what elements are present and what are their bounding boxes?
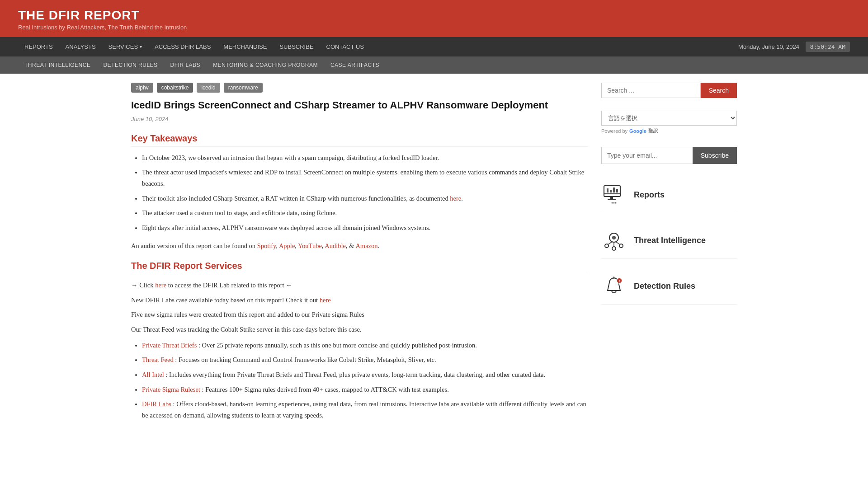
services-here-link-2[interactable]: here	[320, 296, 331, 304]
service-item-5: DFIR Labs : Offers cloud-based, hands-on…	[142, 399, 588, 421]
services-list: Private Threat Briefs : Over 25 private …	[142, 340, 588, 421]
svg-point-15	[619, 244, 623, 248]
nav-merchandise[interactable]: MERCHANDISE	[217, 37, 273, 56]
google-logo: Google	[629, 128, 646, 134]
nav-analysts[interactable]: ANALYSTS	[59, 37, 102, 56]
audio-apple-link[interactable]: Apple	[279, 242, 295, 249]
sec-nav-mentoring[interactable]: MENTORING & COACHING PROGRAM	[207, 56, 324, 74]
svg-rect-4	[607, 188, 609, 192]
nav-subscribe[interactable]: SUBSCRIBE	[273, 37, 320, 56]
content-wrapper: alphv cobaltstrike icedid ransomware Ice…	[118, 74, 750, 435]
bullet-3-link[interactable]: here	[450, 195, 461, 202]
article-title: IcedID Brings ScreenConnect and CSharp S…	[131, 99, 588, 112]
svg-rect-5	[610, 190, 612, 192]
tag-ransomware[interactable]: ransomware	[224, 83, 263, 93]
audio-audible-link[interactable]: Audible	[325, 242, 346, 249]
sec-nav-case-artifacts[interactable]: CASE ARTIFACTS	[324, 56, 386, 74]
primary-nav: REPORTS ANALYSTS SERVICES ▾ ACCESS DFIR …	[0, 37, 868, 56]
dfir-labs-link[interactable]: DFIR Labs	[142, 400, 171, 408]
svg-point-12	[612, 236, 616, 239]
sec-nav-dfir-labs[interactable]: DFIR LABS	[164, 56, 207, 74]
tag-cobaltstrike[interactable]: cobaltstrike	[157, 83, 193, 93]
tag-icedid[interactable]: icedid	[197, 83, 220, 93]
reports-icon	[601, 182, 627, 207]
service-item-1: Private Threat Briefs : Over 25 private …	[142, 340, 588, 351]
services-line1: → Click here to access the DFIR Lab rela…	[131, 280, 588, 291]
private-sigma-ruleset-link[interactable]: Private Sigma Ruleset	[142, 386, 200, 393]
services-line4: Our Threat Feed was tracking the Cobalt …	[131, 324, 588, 335]
site-subtitle: Real Intrusions by Real Attackers, The T…	[18, 24, 850, 31]
audio-spotify-link[interactable]: Spotify	[257, 242, 276, 249]
services-line2: New DFIR Labs case available today based…	[131, 295, 588, 306]
main-content: alphv cobaltstrike icedid ransomware Ice…	[131, 83, 588, 426]
time-display: 8:50:24 AM	[806, 42, 850, 52]
detection-rules-widget-title: Detection Rules	[634, 282, 695, 291]
site-header: THE DFIR REPORT Real Intrusions by Real …	[0, 0, 868, 37]
search-widget: Search	[601, 83, 737, 98]
key-takeaways-list: In October 2023, we observed an intrusio…	[142, 152, 588, 234]
translate-select[interactable]: 言語を選択	[601, 111, 737, 126]
search-form: Search	[601, 83, 737, 98]
svg-rect-6	[613, 188, 615, 192]
services-heading: The DFIR Report Services	[131, 261, 588, 274]
bullet-2: The threat actor used Impacket's wmiexec…	[142, 167, 588, 189]
subscribe-widget: Subscribe	[601, 147, 737, 164]
sec-nav-detection-rules[interactable]: DETECTION RULES	[97, 56, 164, 74]
threat-feed-link[interactable]: Threat Feed	[142, 356, 174, 363]
nav-reports[interactable]: REPORTS	[18, 37, 59, 56]
bullet-5: Eight days after initial access, ALPHV r…	[142, 222, 588, 234]
detection-rules-widget[interactable]: ! Detection Rules	[601, 268, 737, 305]
svg-point-14	[612, 247, 616, 250]
bullet-4: The attacker used a custom tool to stage…	[142, 207, 588, 219]
service-item-4: Private Sigma Ruleset : Features 100+ Si…	[142, 384, 588, 395]
services-here-link-1[interactable]: here	[155, 282, 166, 289]
svg-point-9	[613, 202, 615, 204]
reports-widget[interactable]: Reports	[601, 177, 737, 213]
services-line3: Five new sigma rules were created from t…	[131, 309, 588, 320]
services-dropdown-arrow: ▾	[140, 44, 142, 49]
nav-access-dfir-labs[interactable]: ACCESS DFIR LABS	[148, 37, 217, 56]
audio-amazon-link[interactable]: Amazon	[355, 242, 377, 249]
bullet-3: Their toolkit also included CSharp Strea…	[142, 193, 588, 204]
article-body: Key Takeaways In October 2023, we observ…	[131, 133, 588, 421]
primary-nav-left: REPORTS ANALYSTS SERVICES ▾ ACCESS DFIR …	[18, 37, 370, 56]
tag-alphv[interactable]: alphv	[131, 83, 153, 93]
threat-intelligence-widget[interactable]: Threat Intelligence	[601, 222, 737, 259]
svg-rect-7	[616, 189, 618, 192]
threat-intelligence-widget-title: Threat Intelligence	[634, 236, 706, 245]
date-display: Monday, June 10, 2024	[738, 43, 799, 50]
svg-text:!: !	[619, 279, 620, 283]
svg-line-16	[608, 242, 612, 244]
detection-rules-icon: !	[601, 273, 627, 299]
translate-powered-by: Powered by Google 翻訳	[601, 127, 737, 134]
private-threat-briefs-link[interactable]: Private Threat Briefs	[142, 342, 197, 349]
svg-point-13	[605, 244, 609, 248]
svg-point-8	[612, 202, 613, 204]
search-button[interactable]: Search	[701, 83, 737, 98]
site-title: THE DFIR REPORT	[18, 8, 850, 23]
audio-youtube-link[interactable]: YouTube	[298, 242, 322, 249]
email-input[interactable]	[601, 147, 693, 164]
tags-container: alphv cobaltstrike icedid ransomware	[131, 83, 588, 93]
sec-nav-threat-intelligence[interactable]: THREAT INTELLIGENCE	[18, 56, 97, 74]
threat-intelligence-icon	[601, 228, 627, 253]
bullet-1: In October 2023, we observed an intrusio…	[142, 152, 588, 164]
translate-logo-text: 翻訳	[648, 127, 658, 134]
svg-line-18	[616, 242, 620, 244]
nav-services[interactable]: SERVICES ▾	[102, 37, 149, 56]
service-item-2: Threat Feed : Focuses on tracking Comman…	[142, 354, 588, 366]
audio-line: An audio version of this report can be f…	[131, 240, 588, 252]
svg-rect-3	[608, 199, 616, 200]
translate-widget: 言語を選択 Powered by Google 翻訳	[601, 111, 737, 134]
service-item-3: All Intel : Includes everything from Pri…	[142, 369, 588, 380]
svg-point-10	[615, 202, 617, 204]
key-takeaways-heading: Key Takeaways	[131, 133, 588, 147]
svg-rect-2	[610, 197, 613, 199]
all-intel-link[interactable]: All Intel	[142, 371, 164, 378]
nav-contact-us[interactable]: CONTACT US	[320, 37, 370, 56]
subscribe-button[interactable]: Subscribe	[693, 147, 737, 164]
sidebar: Search 言語を選択 Powered by Google 翻訳 Subscr…	[601, 83, 737, 426]
search-input[interactable]	[601, 83, 701, 98]
secondary-nav: THREAT INTELLIGENCE DETECTION RULES DFIR…	[0, 56, 868, 74]
subscribe-row: Subscribe	[601, 147, 737, 164]
